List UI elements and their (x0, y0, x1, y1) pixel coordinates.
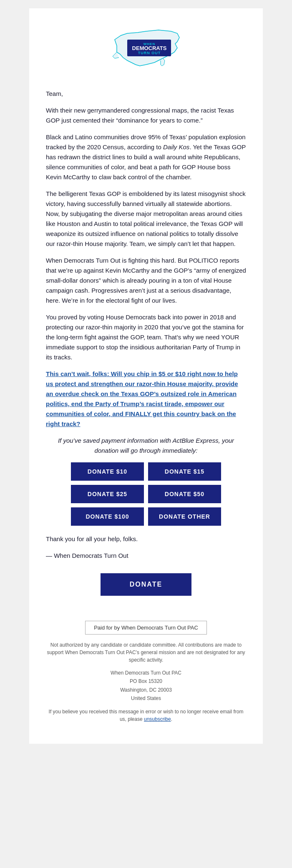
sign-off: — When Democrats Turn Out (46, 551, 246, 561)
header-logo-section: WHEN DEMOCRATS TURN OUT (29, 8, 263, 80)
address-line4: United States (46, 694, 246, 702)
paragraph2: Black and Latino communities drove 95% o… (46, 132, 246, 182)
donate-15-button[interactable]: DONATE $15 (148, 462, 221, 481)
donate-100-button[interactable]: DONATE $100 (71, 507, 144, 526)
greeting: Team, (46, 89, 246, 99)
footer-unsubscribe: If you believe you received this message… (46, 708, 246, 723)
email-body: Team, With their new gerrymandered congr… (29, 80, 263, 612)
actblue-note: If you’ve saved payment information with… (46, 436, 246, 456)
paragraph5: You proved by voting House Democrats bac… (46, 312, 246, 362)
address-line2: PO Box 15320 (46, 677, 246, 685)
main-donate-button[interactable]: DONATE (101, 573, 191, 596)
donate-10-button[interactable]: DONATE $10 (71, 462, 144, 481)
paragraph3: The belligerent Texas GOP is emboldened … (46, 189, 246, 249)
thank-you: Thank you for all your help, folks. (46, 534, 246, 544)
donate-25-button[interactable]: DONATE $25 (71, 485, 144, 503)
unsubscribe-end: . (171, 716, 172, 722)
footer-section: Paid for by When Democrats Turn Out PAC … (29, 612, 263, 731)
svg-text:DEMOCRATS: DEMOCRATS (132, 45, 167, 51)
paragraph1: With their new gerrymandered congression… (46, 105, 246, 125)
footer-disclaimer: Not authorized by any candidate or candi… (46, 641, 246, 664)
paragraph4: When Democrats Turn Out is fighting this… (46, 256, 246, 306)
address-line1: When Democrats Turn Out PAC (46, 669, 246, 677)
cta-link[interactable]: This can’t wait, folks: Will you chip in… (46, 370, 238, 427)
donate-50-button[interactable]: DONATE $50 (148, 485, 221, 503)
cta-paragraph: This can’t wait, folks: Will you chip in… (46, 369, 246, 429)
paid-for-box: Paid for by When Democrats Turn Out PAC (85, 621, 207, 635)
donate-other-button[interactable]: DONATE OTHER (148, 507, 221, 526)
donate-buttons-grid: DONATE $10 DONATE $15 DONATE $25 DONATE … (71, 462, 221, 526)
svg-text:TURN OUT: TURN OUT (138, 51, 161, 55)
unsubscribe-link[interactable]: unsubscribe (144, 716, 171, 722)
main-donate-section: DONATE (46, 573, 246, 596)
logo: WHEN DEMOCRATS TURN OUT (104, 21, 188, 76)
address-line3: Washington, DC 20003 (46, 686, 246, 694)
paid-for-text: Paid for by When Democrats Turn Out PAC (94, 625, 198, 631)
email-container: WHEN DEMOCRATS TURN OUT Team, With their… (29, 8, 263, 744)
paragraph2-italic: Daily Kos (163, 143, 189, 151)
footer-address: When Democrats Turn Out PAC PO Box 15320… (46, 669, 246, 703)
